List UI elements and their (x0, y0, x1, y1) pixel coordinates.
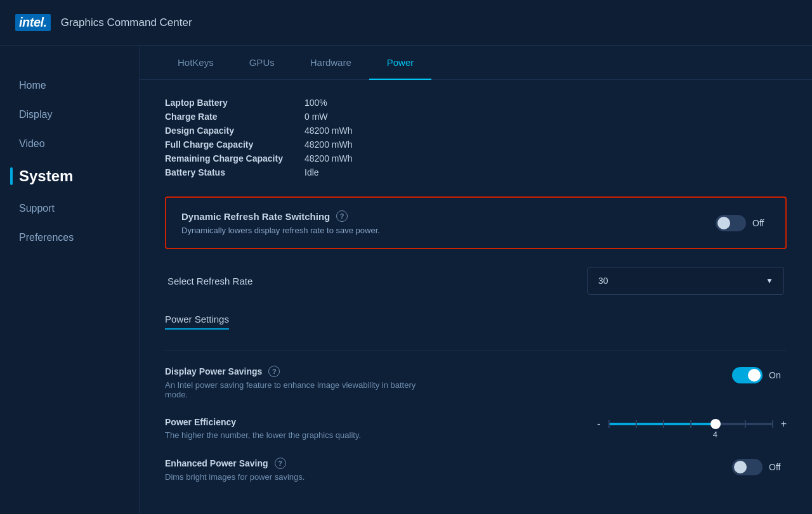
intel-wordmark: intel. (15, 14, 51, 31)
section-divider (165, 350, 787, 350)
drr-help-icon[interactable]: ? (336, 210, 348, 222)
display-power-savings-row: Display Power Savings ? An Intel power s… (165, 366, 787, 399)
power-efficiency-control: - (597, 417, 787, 430)
drr-toggle-wrapper: Off (716, 215, 770, 231)
power-settings-header: Power Settings (165, 314, 229, 330)
app-title: Graphics Command Center (61, 16, 192, 29)
tab-hotkeys[interactable]: HotKeys (160, 46, 232, 79)
design-capacity-label: Design Capacity (165, 125, 304, 136)
sidebar-item-display[interactable]: Display (0, 100, 139, 129)
drr-toggle[interactable] (716, 215, 746, 231)
remaining-label: Remaining Charge Capacity (165, 153, 304, 164)
display-power-savings-text: Display Power Savings ? An Intel power s… (165, 366, 431, 399)
slider-thumb[interactable] (710, 419, 721, 429)
refresh-rate-value: 30 (598, 276, 608, 286)
enhanced-power-saving-row: Enhanced Power Saving ? Dims bright imag… (165, 458, 787, 482)
tab-power[interactable]: Power (369, 46, 432, 79)
slider-fill (608, 423, 716, 425)
enhanced-power-saving-title: Enhanced Power Saving (165, 458, 268, 468)
battery-status-label: Battery Status (165, 167, 304, 177)
display-power-savings-description: An Intel power saving feature to enhance… (165, 380, 431, 399)
content-area: HotKeys GPUs Hardware Power Laptop Batte… (140, 46, 812, 514)
full-charge-value: 48200 mWh (304, 139, 787, 150)
slider-minus-icon[interactable]: - (597, 418, 600, 430)
slider-value-label: 4 (713, 430, 717, 439)
remaining-value: 48200 mWh (304, 153, 787, 164)
app-header: intel. Graphics Command Center (0, 0, 812, 46)
enhanced-power-saving-knob (734, 461, 747, 473)
tab-hardware[interactable]: Hardware (292, 46, 369, 79)
refresh-rate-row: Select Refresh Rate 30 ▼ (165, 267, 787, 295)
tab-gpus[interactable]: GPUs (232, 46, 292, 79)
design-capacity-value: 48200 mWh (304, 125, 787, 136)
drr-toggle-label: Off (752, 218, 770, 228)
drr-text: Dynamic Refresh Rate Switching ? Dynamic… (181, 210, 380, 235)
power-efficiency-title: Power Efficiency (165, 417, 361, 427)
enhanced-power-saving-label: Off (769, 462, 787, 472)
sidebar-item-preferences[interactable]: Preferences (0, 223, 139, 252)
tab-bar: HotKeys GPUs Hardware Power (140, 46, 812, 80)
display-power-savings-title: Display Power Savings (165, 366, 262, 376)
battery-status-value: Idle (304, 167, 787, 177)
full-charge-label: Full Charge Capacity (165, 139, 304, 150)
sidebar-item-home[interactable]: Home (0, 71, 139, 100)
power-efficiency-row: Power Efficiency The higher the number, … (165, 417, 787, 440)
power-settings-section: Power Settings Display Power Savings ? A… (165, 314, 787, 482)
content-inner: Laptop Battery 100% Charge Rate 0 mW Des… (140, 80, 812, 514)
enhanced-power-saving-control: Off (732, 458, 787, 475)
display-power-savings-label: On (769, 370, 787, 380)
main-layout: Home Display Video System Support Prefer… (0, 46, 812, 514)
enhanced-power-saving-text: Enhanced Power Saving ? Dims bright imag… (165, 458, 304, 482)
drr-description: Dynamically lowers display refresh rate … (181, 226, 380, 235)
intel-logo: intel. Graphics Command Center (15, 14, 192, 31)
chevron-down-icon: ▼ (766, 276, 773, 285)
power-efficiency-description: The higher the number, the lower the gra… (165, 430, 361, 440)
slider-plus-icon[interactable]: + (781, 418, 787, 430)
sidebar: Home Display Video System Support Prefer… (0, 46, 140, 514)
charge-rate-label: Charge Rate (165, 112, 304, 122)
dynamic-refresh-box: Dynamic Refresh Rate Switching ? Dynamic… (165, 196, 787, 249)
sidebar-item-video[interactable]: Video (0, 129, 139, 158)
power-efficiency-text: Power Efficiency The higher the number, … (165, 417, 361, 440)
charge-rate-value: 0 mW (304, 112, 787, 122)
laptop-battery-label: Laptop Battery (165, 98, 304, 108)
display-power-savings-toggle[interactable] (732, 367, 763, 383)
battery-info: Laptop Battery 100% Charge Rate 0 mW Des… (165, 98, 787, 177)
enhanced-power-saving-toggle[interactable] (732, 459, 763, 475)
laptop-battery-value: 100% (304, 98, 787, 108)
power-efficiency-slider-track[interactable] (608, 423, 773, 425)
enhanced-power-saving-description: Dims bright images for power savings. (165, 472, 304, 482)
display-power-savings-knob (748, 369, 761, 382)
drr-toggle-knob (717, 217, 730, 229)
drr-title: Dynamic Refresh Rate Switching (181, 211, 330, 222)
display-power-savings-control: On (732, 366, 787, 383)
enhanced-power-saving-help-icon[interactable]: ? (275, 458, 286, 469)
display-power-savings-help-icon[interactable]: ? (268, 366, 280, 377)
refresh-rate-select[interactable]: 30 ▼ (587, 267, 784, 295)
power-efficiency-slider-container: 4 (608, 423, 773, 425)
sidebar-item-system[interactable]: System (0, 158, 139, 194)
refresh-rate-label: Select Refresh Rate (167, 276, 252, 286)
sidebar-item-support[interactable]: Support (0, 194, 139, 223)
